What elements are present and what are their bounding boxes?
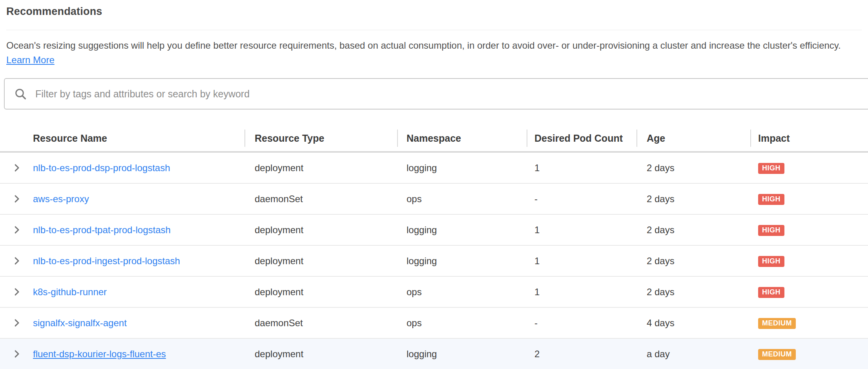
age-cell: 2 days [636, 225, 750, 236]
search-icon [14, 88, 27, 100]
header-resource-type: Resource Type [244, 129, 397, 147]
resource-type-cell: deployment [244, 287, 397, 298]
table-body: nlb-to-es-prod-dsp-prod-logstash deploym… [0, 153, 868, 369]
pod-count-cell: - [527, 194, 636, 205]
age-cell: 2 days [636, 163, 750, 174]
namespace-cell: ops [397, 318, 527, 329]
resource-type-cell: daemonSet [244, 318, 397, 329]
resource-type-cell: deployment [244, 163, 397, 174]
filter-search-box[interactable] [4, 78, 868, 110]
resource-name-link[interactable]: k8s-github-runner [33, 287, 107, 297]
table-row[interactable]: signalfx-signalfx-agent daemonSet ops - … [0, 308, 868, 339]
expand-chevron-icon[interactable] [11, 349, 22, 359]
page-title: Recommendations [6, 5, 862, 18]
header-age: Age [636, 129, 750, 147]
table-header-row: Resource Name Resource Type Namespace De… [0, 125, 868, 153]
table-row[interactable]: nlb-to-es-prod-dsp-prod-logstash deploym… [0, 153, 868, 184]
resource-name-link[interactable]: aws-es-proxy [33, 194, 89, 204]
age-cell: 2 days [636, 194, 750, 205]
table-row[interactable]: nlb-to-es-prod-ingest-prod-logstash depl… [0, 246, 868, 277]
namespace-cell: logging [397, 163, 527, 174]
page-header: Recommendations [0, 0, 868, 30]
age-cell: 2 days [636, 287, 750, 298]
resource-name-link[interactable]: fluent-dsp-kourier-logs-fluent-es [33, 349, 166, 359]
impact-badge: HIGH [758, 163, 784, 174]
age-cell: 2 days [636, 256, 750, 267]
impact-badge: HIGH [758, 287, 784, 298]
pod-count-cell: - [527, 318, 636, 329]
namespace-cell: logging [397, 225, 527, 236]
table-row[interactable]: nlb-to-es-prod-tpat-prod-logstash deploy… [0, 215, 868, 246]
header-resource-name: Resource Name [33, 129, 244, 147]
table-row[interactable]: fluent-dsp-kourier-logs-fluent-es deploy… [0, 339, 868, 369]
impact-badge: HIGH [758, 256, 784, 267]
impact-badge: HIGH [758, 225, 784, 236]
namespace-cell: ops [397, 194, 527, 205]
resource-type-cell: deployment [244, 256, 397, 267]
learn-more-link[interactable]: Learn More [6, 55, 55, 65]
resource-name-link[interactable]: nlb-to-es-prod-tpat-prod-logstash [33, 225, 171, 235]
resource-type-cell: deployment [244, 225, 397, 236]
pod-count-cell: 1 [527, 256, 636, 267]
resource-name-link[interactable]: nlb-to-es-prod-dsp-prod-logstash [33, 163, 170, 173]
expand-chevron-icon[interactable] [11, 287, 22, 297]
pod-count-cell: 2 [527, 349, 636, 360]
namespace-cell: logging [397, 256, 527, 267]
table-row[interactable]: k8s-github-runner deployment ops 1 2 day… [0, 277, 868, 308]
resource-name-link[interactable]: signalfx-signalfx-agent [33, 318, 127, 328]
search-input[interactable] [35, 88, 859, 100]
description: Ocean's resizing suggestions will help y… [0, 30, 868, 67]
description-text: Ocean's resizing suggestions will help y… [6, 40, 841, 51]
resource-type-cell: deployment [244, 349, 397, 360]
pod-count-cell: 1 [527, 225, 636, 236]
namespace-cell: ops [397, 287, 527, 298]
pod-count-cell: 1 [527, 287, 636, 298]
impact-badge: MEDIUM [758, 349, 796, 360]
expand-chevron-icon[interactable] [11, 225, 22, 235]
impact-badge: MEDIUM [758, 318, 796, 329]
header-desired-pod-count: Desired Pod Count [527, 129, 636, 147]
pod-count-cell: 1 [527, 163, 636, 174]
expand-chevron-icon[interactable] [11, 194, 22, 204]
recommendations-table: Resource Name Resource Type Namespace De… [0, 125, 868, 369]
namespace-cell: logging [397, 349, 527, 360]
header-namespace: Namespace [397, 129, 527, 147]
expand-chevron-icon[interactable] [11, 256, 22, 266]
header-impact: Impact [750, 129, 868, 147]
expand-chevron-icon[interactable] [11, 163, 22, 173]
table-row[interactable]: aws-es-proxy daemonSet ops - 2 days HIGH [0, 184, 868, 215]
age-cell: a day [636, 349, 750, 360]
impact-badge: HIGH [758, 194, 784, 205]
age-cell: 4 days [636, 318, 750, 329]
expand-chevron-icon[interactable] [11, 318, 22, 328]
resource-type-cell: daemonSet [244, 194, 397, 205]
header-expander-spacer [0, 129, 33, 147]
resource-name-link[interactable]: nlb-to-es-prod-ingest-prod-logstash [33, 256, 180, 266]
